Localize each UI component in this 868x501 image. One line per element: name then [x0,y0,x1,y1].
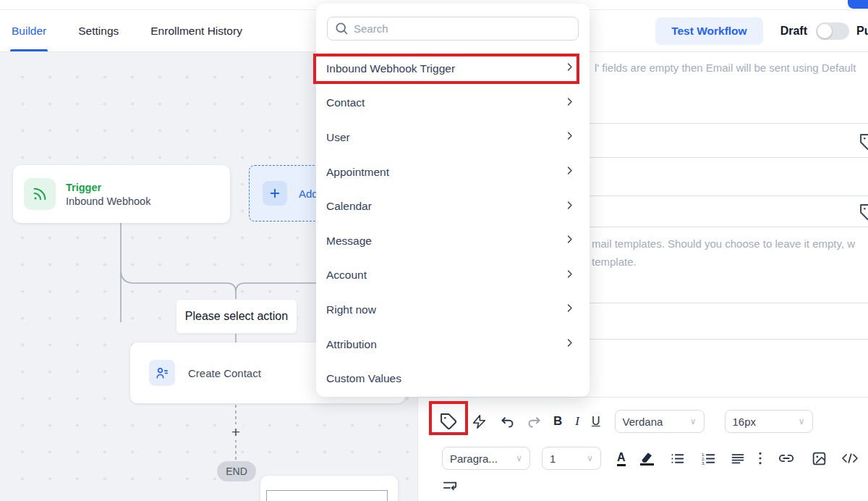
partial-node-card [260,476,398,501]
highlighter-icon[interactable] [640,451,654,466]
menu-item-label: Attribution [326,338,377,351]
rich-text-editor-toolbar: B I U Verdana∨ 16px∨ Paragra...∨ 1∨ A [417,397,868,501]
field-divider [590,195,868,196]
underline-button[interactable]: U [592,415,600,428]
tab-builder[interactable]: Builder [12,10,46,51]
toolbar-row-1: B I U Verdana∨ 16px∨ [418,397,868,436]
text-wrap-icon[interactable] [442,479,458,494]
field-divider [590,157,868,158]
menu-item-label: Custom Values [326,372,401,385]
merge-field-tag-icon[interactable] [859,203,868,224]
field-divider [590,339,868,340]
add-label: Add [299,188,318,200]
chevron-down-icon: ∨ [587,453,593,463]
menu-item-label: Contact [326,96,365,109]
trigger-node[interactable]: Trigger Inbound Webhook [13,165,230,223]
text-color-button[interactable]: A [617,451,626,466]
menu-item-right-now[interactable]: Right now [316,292,590,327]
tag-icon[interactable] [434,407,463,436]
zap-icon[interactable] [472,414,487,429]
italic-button[interactable]: I [575,414,579,429]
menu-item-appointment[interactable]: Appointment [316,155,590,190]
helper-text-line-1: mail templates. Should you choose to lea… [592,235,855,253]
plus-icon [263,181,287,206]
menu-item-message[interactable]: Message [316,224,590,258]
menu-item-user[interactable]: User [316,120,590,155]
chevron-down-icon: ∨ [799,416,805,426]
add-step-plus[interactable]: + [229,424,243,440]
menu-item-contact[interactable]: Contact [316,86,590,121]
chevron-down-icon: ∨ [690,416,697,426]
image-icon[interactable] [812,451,827,466]
menu-item-label: Right now [326,303,376,316]
test-workflow-button[interactable]: Test Workflow [655,17,763,45]
toolbar-row-3 [418,470,868,494]
chevron-right-icon [564,165,575,179]
chevron-right-icon [564,337,575,351]
tab-enrollment-history[interactable]: Enrollment History [150,10,242,51]
link-icon[interactable] [778,450,794,466]
redo-icon[interactable] [527,414,542,429]
email-settings-panel: l' fields are empty then Email will be s… [590,52,868,397]
align-icon[interactable] [731,451,745,466]
end-badge: END [217,461,256,481]
search-field-wrap [327,17,579,41]
menu-item-label: Account [326,269,367,282]
tab-bar-actions: Test Workflow Draft Pu [655,10,868,52]
menu-item-label: Calendar [326,200,372,213]
search-input[interactable] [327,17,579,41]
draft-label: Draft [780,25,807,38]
menu-item-label: Appointment [326,166,389,179]
search-icon [334,21,349,38]
menu-item-attribution[interactable]: Attribution [316,327,590,362]
trigger-menu-list: Inbound Webhook Trigger Contact User App… [316,51,590,396]
font-family-select[interactable]: Verdana∨ [615,410,705,433]
select-action-prompt: Please select action [176,299,297,334]
helper-text-templates: mail templates. Should you choose to lea… [592,235,855,271]
contact-person-icon [149,360,175,386]
menu-item-label: Inbound Webhook Trigger [326,62,455,75]
rss-trigger-icon [24,178,56,210]
undo-icon[interactable] [500,414,515,429]
font-size-select[interactable]: 16px∨ [725,410,813,433]
chevron-right-icon [564,130,575,144]
partial-node-inner-box [266,490,388,501]
line-height-select[interactable]: 1∨ [542,447,601,470]
tab-settings[interactable]: Settings [78,10,119,51]
paragraph-value: Paragra... [450,452,498,465]
font-family-value: Verdana [623,416,663,428]
chevron-right-icon [564,62,575,75]
line-height-value: 1 [550,452,556,465]
publish-label-clipped: Pu [856,25,868,38]
more-vertical-icon[interactable] [758,451,762,466]
chevron-down-icon: ∨ [516,453,522,463]
workflow-builder-screen: Builder Settings Enrollment History Test… [0,0,868,501]
bullet-list-icon[interactable] [670,451,685,466]
chevron-right-icon [564,234,575,248]
cut-off-blue-button[interactable] [848,0,868,9]
bold-button[interactable]: B [553,414,562,429]
trigger-node-title: Trigger [66,182,150,193]
menu-item-calendar[interactable]: Calendar [316,189,590,224]
helper-text-line-2: template. [592,253,855,271]
toggle-knob [817,24,832,38]
menu-item-label: User [326,131,350,144]
menu-item-inbound-webhook-trigger[interactable]: Inbound Webhook Trigger [316,51,590,86]
numbered-list-icon[interactable]: 1.2.3. [701,451,716,466]
paragraph-select[interactable]: Paragra...∨ [442,447,530,470]
trigger-node-texts: Trigger Inbound Webhook [66,182,150,207]
chevron-right-icon [564,269,575,282]
trigger-node-subtitle: Inbound Webhook [66,195,150,207]
publish-toggle[interactable] [816,22,849,40]
field-divider [590,227,868,227]
menu-item-account[interactable]: Account [316,258,590,293]
code-icon[interactable] [841,451,859,466]
merge-field-tag-icon[interactable] [859,133,868,154]
create-contact-label: Create Contact [188,367,261,379]
menu-item-label: Message [326,235,372,248]
chevron-right-icon [564,303,575,316]
menu-item-custom-values[interactable]: Custom Values [316,361,590,396]
field-divider [590,303,868,303]
field-divider [590,123,868,124]
font-size-value: 16px [733,416,757,428]
